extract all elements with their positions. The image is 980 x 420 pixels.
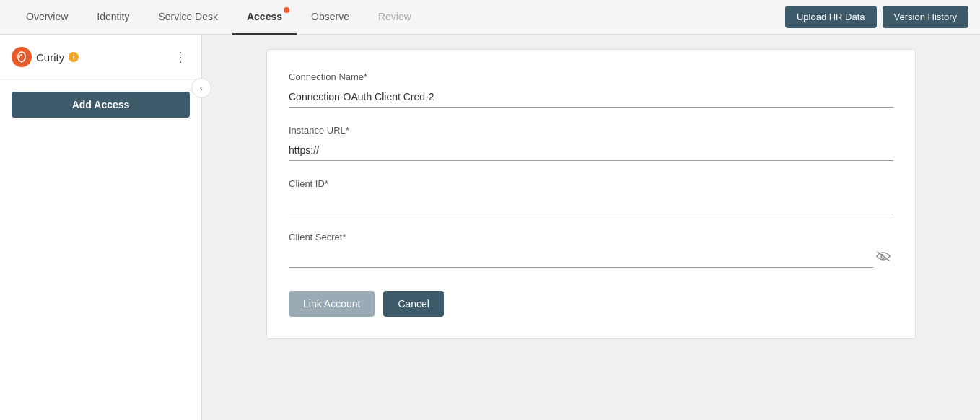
sidebar-header: Curity i ⋮ <box>0 35 201 80</box>
toggle-password-button[interactable] <box>873 248 893 268</box>
client-secret-input[interactable] <box>289 247 873 268</box>
link-account-button[interactable]: Link Account <box>289 291 375 317</box>
connection-name-label: Connection Name* <box>289 71 893 82</box>
client-id-input[interactable] <box>289 193 893 214</box>
curity-logo-icon <box>12 47 32 67</box>
content-area: Connection Name* Instance URL* Client ID… <box>202 35 980 420</box>
client-secret-field: Client Secret* <box>289 232 893 268</box>
access-badge-dot <box>284 7 289 13</box>
sidebar-collapse-button[interactable]: ‹ <box>191 78 211 98</box>
cancel-button[interactable]: Cancel <box>383 291 444 317</box>
top-nav-actions: Upload HR Data Version History <box>785 6 968 28</box>
upload-hr-data-button[interactable]: Upload HR Data <box>785 6 877 28</box>
top-navigation: Overview Identity Service Desk Access Ob… <box>0 0 980 35</box>
nav-tab-overview[interactable]: Overview <box>12 0 82 35</box>
instance-url-field: Instance URL* <box>289 125 893 161</box>
main-layout: Curity i ⋮ Add Access ‹ Connection Name*… <box>0 35 980 420</box>
sidebar: Curity i ⋮ Add Access ‹ <box>0 35 202 420</box>
client-secret-row <box>289 247 893 268</box>
app-name: Curity <box>36 51 64 64</box>
client-id-field: Client ID* <box>289 178 893 214</box>
version-history-button[interactable]: Version History <box>883 6 968 28</box>
instance-url-label: Instance URL* <box>289 125 893 136</box>
client-id-label: Client ID* <box>289 178 893 189</box>
connection-name-field: Connection Name* <box>289 71 893 108</box>
eye-slash-icon <box>876 250 891 262</box>
nav-tab-identity[interactable]: Identity <box>82 0 144 35</box>
add-access-button[interactable]: Add Access <box>12 92 190 118</box>
sidebar-more-button[interactable]: ⋮ <box>171 46 190 68</box>
nav-tab-review: Review <box>364 0 426 35</box>
form-actions: Link Account Cancel <box>289 291 893 317</box>
instance-url-input[interactable] <box>289 140 893 161</box>
nav-tab-access[interactable]: Access <box>232 0 297 35</box>
form-card: Connection Name* Instance URL* Client ID… <box>266 49 916 339</box>
client-secret-label: Client Secret* <box>289 232 893 242</box>
info-dot: i <box>69 52 79 62</box>
nav-tab-service-desk[interactable]: Service Desk <box>144 0 232 35</box>
connection-name-input[interactable] <box>289 87 893 108</box>
curity-logo: Curity i <box>12 47 165 67</box>
nav-tab-observe[interactable]: Observe <box>297 0 364 35</box>
nav-tabs: Overview Identity Service Desk Access Ob… <box>12 0 785 35</box>
